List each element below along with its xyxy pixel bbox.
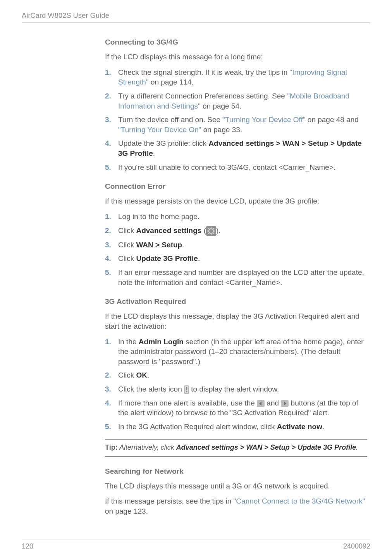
intro-connection-error: If this message persists on the device L…: [105, 196, 367, 206]
step: 3. Turn the device off and on. See "Turn…: [105, 115, 367, 135]
step: 5. If you're still unable to connect to …: [105, 162, 367, 173]
steps-3g-activation: 1. In the Admin Login section (in the up…: [105, 337, 367, 432]
step-text: Click: [118, 254, 136, 262]
tip-text: Tip: Alternatively, click Advanced setti…: [105, 440, 367, 456]
step: 2. Click Advanced settings ().: [105, 226, 367, 236]
step-number: 4.: [105, 398, 111, 408]
step-text: In the: [118, 338, 139, 346]
step-text: and: [265, 399, 281, 407]
footer: 120 2400092: [22, 540, 370, 550]
step: 4. Update the 3G profile: click Advanced…: [105, 138, 367, 158]
steps-connection-error: 1. Log in to the home page. 2. Click Adv…: [105, 212, 367, 287]
intro-connecting: If the LCD displays this message for a l…: [105, 52, 367, 62]
text: If this message persists, see the tips i…: [105, 497, 234, 505]
link-device-off[interactable]: "Turning Your Device Off": [222, 116, 305, 124]
gear-icon: [206, 226, 216, 236]
step: 4. If more than one alert is available, …: [105, 398, 367, 418]
step-text: If an error message and number are displ…: [118, 268, 364, 286]
step-number: 2.: [105, 91, 111, 101]
step-text: .: [153, 149, 155, 157]
svg-rect-11: [186, 387, 187, 390]
heading-searching-network: Searching for Network: [105, 467, 367, 476]
step-number: 5.: [105, 422, 111, 432]
step-number: 3.: [105, 240, 111, 250]
step-text: on page 48 and: [306, 116, 359, 124]
step-text: on page 114.: [149, 78, 194, 86]
step-number: 5.: [105, 162, 111, 173]
step-number: 3.: [105, 384, 111, 394]
tip-label: Tip:: [105, 443, 118, 451]
intro-3g-activation: If the LCD displays this message, displa…: [105, 311, 367, 331]
heading-connection-error: Connection Error: [105, 182, 367, 191]
ui-element: Activate now: [277, 423, 322, 431]
ui-element: OK: [136, 371, 147, 379]
tip-body: .: [356, 443, 358, 451]
step-text: Click the alerts icon: [118, 385, 184, 393]
step-text: If more than one alert is available, use…: [118, 399, 257, 407]
step-text: Click: [118, 226, 136, 235]
step-text: (: [201, 226, 206, 235]
step-text: Turn the device off and on. See: [118, 116, 222, 124]
step: 1. Log in to the home page.: [105, 212, 367, 222]
ui-path: Update 3G Profile: [136, 254, 198, 262]
tip-bottom-rule: [105, 456, 367, 457]
running-head: AirCard W802S User Guide: [22, 12, 370, 20]
step-text: Check the signal strength. If it is weak…: [118, 68, 289, 76]
step: 4. Click Update 3G Profile.: [105, 254, 367, 264]
page-number: 120: [22, 542, 33, 550]
step: 5. In the 3G Activation Required alert w…: [105, 422, 367, 432]
ui-path: WAN > Setup: [136, 241, 182, 249]
step-text: .: [147, 371, 149, 379]
doc-number: 2400092: [343, 542, 370, 550]
svg-rect-12: [186, 391, 187, 392]
steps-connecting: 1. Check the signal strength. If it is w…: [105, 67, 367, 173]
step: 2. Try a different Connection Preference…: [105, 91, 367, 111]
step: 3. Click WAN > Setup.: [105, 240, 367, 250]
step-number: 4.: [105, 138, 111, 148]
step: 5. If an error message and number are di…: [105, 267, 367, 287]
step-text: .: [198, 254, 200, 262]
step-text: If you're still unable to connect to 3G/…: [118, 163, 335, 171]
step-text: In the 3G Activation Required alert wind…: [118, 423, 277, 431]
step-number: 2.: [105, 226, 111, 236]
step-number: 1.: [105, 212, 111, 222]
ui-element: Admin Login: [139, 338, 184, 346]
alert-icon: [184, 385, 189, 394]
para-searching-2: If this message persists, see the tips i…: [105, 496, 367, 516]
heading-3g-activation: 3G Activation Required: [105, 297, 367, 306]
step-text: on page 54.: [201, 102, 242, 110]
step-text: Update the 3G profile: click: [118, 139, 208, 147]
ui-path: Advanced settings: [136, 226, 201, 235]
link-device-on[interactable]: "Turning Your Device On": [118, 126, 201, 134]
step: 2. Click OK.: [105, 370, 367, 380]
step-text: Try a different Connection Preferences s…: [118, 92, 287, 100]
arrow-left-icon: [257, 400, 265, 407]
heading-connecting: Connecting to 3G/4G: [105, 38, 367, 47]
step-text: on page 33.: [201, 126, 242, 134]
top-rule: [22, 22, 370, 22]
link-cannot-connect[interactable]: "Cannot Connect to the 3G/4G Network": [234, 497, 365, 505]
ui-path: Advanced settings > WAN > Setup > Update…: [176, 443, 356, 451]
step-text: Log in to the home page.: [118, 212, 199, 221]
step-text: .: [182, 241, 184, 249]
step: 1. In the Admin Login section (in the up…: [105, 337, 367, 367]
text: on page 123.: [105, 507, 148, 515]
step-number: 5.: [105, 267, 111, 278]
step-text: .: [322, 423, 324, 431]
main-content: Connecting to 3G/4G If the LCD displays …: [105, 38, 367, 516]
tip-body: Alternatively, click: [118, 443, 176, 451]
step-number: 1.: [105, 67, 111, 78]
step-number: 4.: [105, 254, 111, 264]
step: 3. Click the alerts icon to display the …: [105, 384, 367, 394]
step-number: 3.: [105, 115, 111, 125]
tip-block: Tip: Alternatively, click Advanced setti…: [105, 439, 367, 457]
step-text: ).: [216, 226, 221, 235]
para-searching-1: The LCD displays this message until a 3G…: [105, 481, 367, 491]
step-text: Click: [118, 371, 136, 379]
step: 1. Check the signal strength. If it is w…: [105, 67, 367, 87]
step-number: 1.: [105, 337, 111, 347]
step-text: Click: [118, 241, 136, 249]
step-text: to display the alert window.: [189, 385, 279, 393]
step-number: 2.: [105, 370, 111, 380]
arrow-right-icon: [281, 400, 289, 407]
